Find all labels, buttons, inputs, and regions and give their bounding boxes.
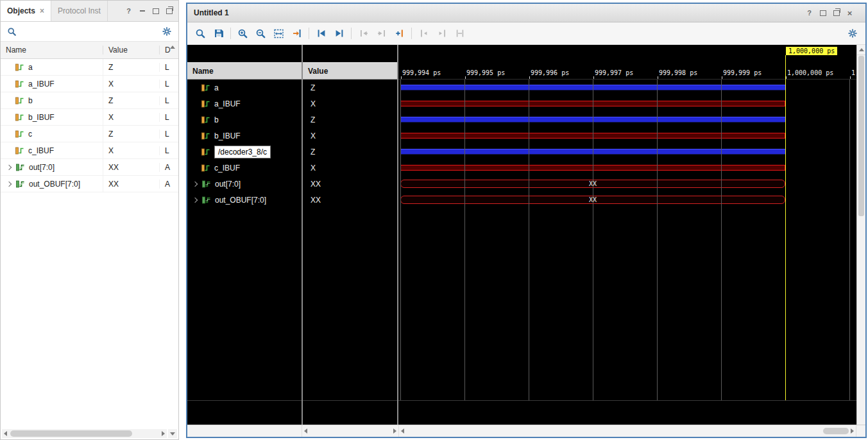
wave-signal-name-row[interactable]: a_IBUF [187, 96, 302, 112]
wave-vscrollbar[interactable] [856, 45, 865, 425]
objects-settings-gear-icon[interactable] [162, 26, 172, 37]
wave-signal-name-row[interactable]: b [187, 112, 302, 128]
wave-canvas[interactable]: 1,000,000 ps 999,994 ps999,995 ps999,996… [398, 45, 856, 425]
float-icon[interactable] [832, 8, 840, 17]
hscroll-thumb[interactable] [823, 428, 849, 434]
signal-name: c [28, 130, 32, 139]
wave-signal-value-row[interactable]: X [303, 128, 397, 144]
wave-row[interactable] [398, 112, 856, 128]
wave-signal-name-row[interactable]: b_IBUF [187, 128, 302, 144]
wave-signal-value-row[interactable]: X [303, 160, 397, 176]
objects-row[interactable]: out_OBUF[7:0]XXA [1, 176, 178, 192]
objects-row[interactable]: c_IBUFXL [1, 142, 178, 159]
float-icon[interactable] [165, 6, 173, 15]
canvas-hscrollbar[interactable] [398, 425, 856, 437]
wave-signal-value-row[interactable]: X [303, 96, 397, 112]
scroll-right-icon[interactable] [162, 431, 165, 436]
go-to-last-time-button[interactable] [331, 26, 347, 42]
scroll-up-icon[interactable] [857, 45, 865, 55]
scroll-right-icon[interactable] [851, 428, 854, 434]
find-button[interactable] [192, 26, 208, 42]
wave-signal-value-row[interactable]: Z [303, 144, 397, 160]
wave-signal-value-row[interactable]: Z [303, 80, 397, 96]
search-icon[interactable] [7, 27, 17, 37]
maximize-icon[interactable] [819, 8, 827, 17]
wave-signal-name-row[interactable]: out_OBUF[7:0] [187, 192, 302, 208]
expand-chevron-icon[interactable] [192, 181, 198, 186]
scroll-left-icon[interactable] [4, 431, 7, 436]
wave-signal-name-row[interactable]: a [187, 80, 302, 96]
column-header-name[interactable]: Name [1, 46, 103, 55]
zoom-to-cursor-button[interactable] [289, 26, 305, 42]
wave-signal-value-row[interactable]: XX [303, 192, 397, 208]
signal-name: a [28, 63, 33, 72]
maximize-icon[interactable] [151, 6, 160, 15]
help-icon[interactable]: ? [124, 6, 133, 15]
wave-signal-value-row[interactable]: XX [303, 176, 397, 192]
objects-row[interactable]: b_IBUFXL [1, 109, 178, 126]
wave-grid[interactable]: XXXX [398, 80, 856, 400]
column-header-type[interactable]: D [160, 46, 178, 55]
close-tab-icon[interactable]: × [40, 6, 44, 15]
zoom-in-button[interactable] [235, 26, 251, 42]
wave-row[interactable] [398, 128, 856, 144]
ruler-tick: 1,000,000 ps [787, 69, 833, 76]
wave-signal-name-row[interactable]: /decoder3_8/c [187, 144, 302, 160]
waveform-titlebar[interactable]: Untitled 1 ? × [187, 4, 865, 22]
vivado-simulation-view: Objects × Protocol Inst ? Name Value D a… [0, 0, 868, 440]
next-marker-button [434, 26, 450, 42]
expand-chevron-icon[interactable] [192, 197, 198, 202]
go-to-time-0-button[interactable] [313, 26, 329, 42]
vscroll-thumb[interactable] [858, 56, 864, 216]
objects-type-cell: A [160, 180, 178, 189]
swap-cursors-button [452, 26, 468, 42]
wave-settings-gear-icon[interactable] [844, 26, 860, 42]
wave-signal-name-row[interactable]: c_IBUF [187, 160, 302, 176]
objects-panel: Objects × Protocol Inst ? Name Value D a… [0, 0, 179, 440]
objects-row[interactable]: bZL [1, 92, 178, 109]
wave-row[interactable]: XX [398, 192, 856, 208]
cursor-time-label[interactable]: 1,000,000 ps [786, 47, 837, 55]
gridline [464, 80, 465, 400]
tab-protocol-inst[interactable]: Protocol Inst [51, 1, 108, 21]
wave-row[interactable] [398, 160, 856, 176]
scroll-left-icon[interactable] [401, 428, 404, 434]
objects-value-cell: Z [103, 96, 160, 105]
wave-row[interactable] [398, 144, 856, 160]
scroll-up-icon[interactable] [170, 46, 175, 49]
expand-chevron-icon[interactable] [6, 164, 12, 169]
objects-row[interactable]: out[7:0]XXA [1, 159, 178, 176]
wave-signal-name-row[interactable]: out[7:0] [187, 176, 302, 192]
wave-ruler[interactable]: 999,994 ps999,995 ps999,996 ps999,997 ps… [398, 62, 856, 80]
toolbar-separator [309, 28, 309, 39]
value-hscrollbar[interactable] [302, 425, 398, 437]
zoom-out-button[interactable] [253, 26, 269, 42]
objects-row[interactable]: cZL [1, 126, 178, 142]
hscroll-thumb[interactable] [10, 430, 132, 437]
signal-icon [201, 100, 210, 108]
save-wave-config-button[interactable] [210, 26, 226, 42]
scroll-left-icon[interactable] [304, 428, 307, 434]
gridline [400, 80, 401, 400]
objects-hscrollbar[interactable] [2, 429, 167, 438]
tab-objects[interactable]: Objects × [1, 1, 51, 21]
close-icon[interactable]: × [846, 8, 854, 17]
zoom-fit-button[interactable] [271, 26, 287, 42]
wave-row[interactable] [398, 96, 856, 112]
expand-chevron-icon[interactable] [6, 181, 12, 186]
wave-signal-value-row[interactable]: Z [303, 112, 397, 128]
wave-window-controls: ? × [800, 8, 859, 17]
add-marker-button[interactable] [391, 26, 407, 42]
objects-row[interactable]: aZL [1, 59, 178, 76]
scroll-right-icon[interactable] [393, 428, 396, 434]
column-header-value[interactable]: Value [103, 46, 160, 55]
bus-signal-icon [16, 164, 25, 171]
objects-row[interactable]: a_IBUFXL [1, 76, 178, 92]
cursor-line[interactable] [785, 55, 786, 400]
scroll-down-icon[interactable] [168, 429, 177, 438]
wave-row[interactable]: XX [398, 176, 856, 192]
objects-value-cell: XX [103, 163, 160, 172]
minimize-icon[interactable] [138, 6, 146, 15]
help-icon[interactable]: ? [805, 8, 813, 17]
wave-row[interactable] [398, 80, 856, 96]
